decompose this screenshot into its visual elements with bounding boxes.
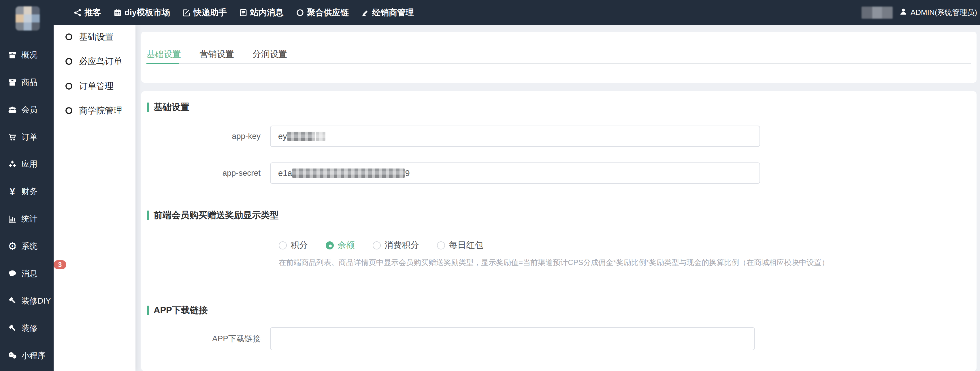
cart-icon — [8, 132, 17, 142]
app-download-input[interactable] — [270, 327, 755, 350]
section-reward-display-type: 前端会员购买赠送奖励显示类型 — [147, 210, 279, 220]
nav-label: 聚合供应链 — [307, 7, 349, 18]
sidebar-item-orders[interactable]: 订单 — [0, 131, 54, 143]
sidebar-item-system[interactable]: ⚙ 系统 — [0, 240, 54, 253]
app-key-row: app-key ey — [141, 125, 760, 147]
radio-circle[interactable] — [279, 241, 287, 249]
tabs-card: 基础设置 营销设置 分润设置 — [141, 32, 977, 82]
gavel-icon — [8, 296, 17, 306]
app-key-redacted-tail — [316, 132, 325, 141]
radio-label: 消费积分 — [385, 239, 419, 251]
nav-label: 站内消息 — [250, 7, 284, 18]
submenu-item-label: 订单管理 — [79, 80, 114, 92]
app-download-row: APP下载链接 — [141, 327, 755, 350]
circle-icon — [65, 106, 73, 115]
submenu-item-business-school[interactable]: 商学院管理 — [54, 104, 135, 117]
overview-box-icon — [8, 50, 17, 60]
sidebar-item-finance[interactable]: ¥ 财务 — [0, 185, 54, 198]
submenu-item-label: 基础设置 — [79, 31, 114, 43]
submenu-item-label: 必应鸟订单 — [79, 55, 122, 67]
sidebar-item-label: 装修 — [21, 323, 37, 334]
app-secret-input[interactable]: e1a9 — [270, 162, 760, 184]
sidebar-item-members[interactable]: 会员 — [0, 103, 54, 116]
app-secret-value-prefix: e1a — [278, 168, 292, 178]
sidebar: 概况 商品 会员 订单 应用 ¥ 财务 统计 ⚙ 系统 消息 3 装修DIY — [0, 0, 54, 371]
sidebar-item-decorate-diy[interactable]: 装修DIY — [0, 295, 54, 308]
nav-item-express-helper[interactable]: 快递助手 — [182, 7, 227, 18]
sidebar-item-statistics[interactable]: 统计 — [0, 212, 54, 225]
nav-label: diy模板市场 — [124, 7, 170, 18]
yen-icon: ¥ — [8, 187, 17, 197]
nav-item-site-messages[interactable]: 站内消息 — [239, 7, 284, 18]
topbar-right: ADMIN(系统管理员) — [862, 0, 977, 25]
reward-type-radio-group: 积分 余额 消费积分 每日红包 — [279, 239, 484, 251]
share-icon — [73, 8, 82, 17]
topbar: 推客 diy模板市场 快递助手 站内消息 聚合供应链 经销商管理 ADMIN(系… — [0, 0, 980, 25]
radio-circle-selected[interactable] — [326, 241, 334, 249]
sidebar-item-label: 装修DIY — [21, 295, 51, 306]
shop-name-redacted — [862, 6, 892, 19]
submenu-panel: 基础设置 必应鸟订单 订单管理 商学院管理 — [54, 25, 135, 371]
app-secret-row: app-secret e1a9 — [141, 162, 760, 184]
sidebar-item-label: 订单 — [21, 132, 37, 143]
radio-balance[interactable]: 余额 — [326, 239, 355, 251]
sidebar-item-label: 消息 3 — [21, 268, 37, 279]
circle-icon — [65, 57, 73, 66]
tab-profit-settings[interactable]: 分润设置 — [253, 48, 287, 60]
sidebar-item-decorate[interactable]: 装修 — [0, 322, 54, 335]
sidebar-item-label: 财务 — [21, 186, 37, 197]
app-secret-label: app-secret — [141, 168, 261, 178]
app-key-redacted-value — [287, 132, 315, 141]
submenu-item-biyingbird-orders[interactable]: 必应鸟订单 — [54, 55, 135, 68]
sidebar-item-label: 应用 — [21, 159, 37, 170]
section-app-download: APP下载链接 — [147, 305, 208, 315]
sidebar-item-goods[interactable]: 商品 — [0, 76, 54, 89]
bar-chart-icon — [8, 214, 17, 224]
tab-basic-settings[interactable]: 基础设置 — [146, 48, 181, 60]
sidebar-item-apps[interactable]: 应用 — [0, 158, 54, 171]
sidebar-item-label: 会员 — [21, 104, 37, 115]
comment-icon — [8, 269, 17, 279]
radio-consume-points[interactable]: 消费积分 — [373, 239, 419, 251]
gavel-icon — [8, 323, 17, 333]
admin-menu[interactable]: ADMIN(系统管理员) — [899, 7, 977, 18]
sidebar-item-overview[interactable]: 概况 — [0, 49, 54, 61]
radio-points[interactable]: 积分 — [279, 239, 308, 251]
radio-circle[interactable] — [373, 241, 381, 249]
nav-item-dealer-management[interactable]: 经销商管理 — [361, 7, 414, 18]
sidebar-item-label: 小程序 — [21, 350, 46, 361]
radio-circle[interactable] — [437, 241, 445, 249]
messages-count-badge: 3 — [54, 260, 66, 270]
sidebar-item-messages[interactable]: 消息 3 — [0, 267, 54, 280]
submenu-item-label: 商学院管理 — [79, 105, 122, 117]
gear-icon: ⚙ — [8, 241, 17, 251]
settings-tabs: 基础设置 营销设置 分润设置 — [146, 48, 287, 60]
radio-daily-redpacket[interactable]: 每日红包 — [437, 239, 484, 251]
sidebar-item-label: 商品 — [21, 77, 37, 88]
sidebar-item-label: 统计 — [21, 214, 37, 224]
user-icon — [899, 7, 908, 18]
circle-icon — [65, 33, 73, 41]
topnav: 推客 diy模板市场 快递助手 站内消息 聚合供应链 经销商管理 — [73, 0, 414, 25]
goods-box-icon — [8, 78, 17, 87]
radio-label: 积分 — [291, 239, 308, 251]
calendar-icon — [113, 8, 122, 17]
section-accent-bar — [147, 211, 149, 220]
section-title: APP下载链接 — [154, 304, 208, 316]
nav-label: 经销商管理 — [372, 7, 414, 18]
sidebar-item-miniprogram[interactable]: 小程序 — [0, 349, 54, 362]
circle-icon — [65, 82, 73, 90]
submenu-item-basic-settings[interactable]: 基础设置 — [54, 30, 135, 43]
app-key-value: ey — [278, 132, 287, 141]
nav-item-diy-market[interactable]: diy模板市场 — [113, 7, 170, 18]
app-logo[interactable] — [16, 6, 40, 30]
edit-icon — [182, 8, 191, 17]
nav-item-supply-chain[interactable]: 聚合供应链 — [296, 7, 349, 18]
nav-item-tuike[interactable]: 推客 — [73, 7, 101, 18]
submenu-item-order-management[interactable]: 订单管理 — [54, 79, 135, 93]
tab-marketing-settings[interactable]: 营销设置 — [199, 48, 234, 60]
active-tab-indicator — [146, 63, 179, 64]
ring-icon — [296, 8, 304, 17]
app-key-input[interactable]: ey — [270, 125, 760, 147]
main-content: 基础设置 营销设置 分润设置 基础设置 app-key ey app-secre… — [135, 25, 980, 371]
